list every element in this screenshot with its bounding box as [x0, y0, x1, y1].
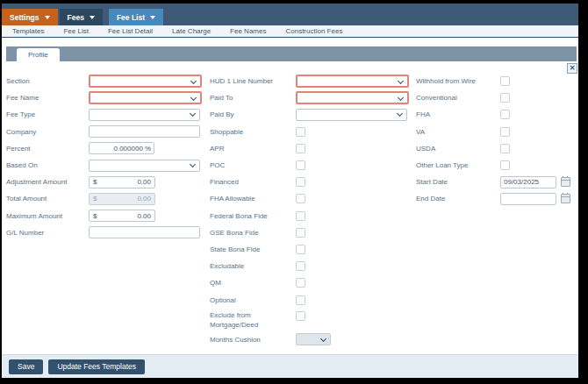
fee-name-select[interactable]: [89, 91, 202, 104]
company-label: Company: [6, 128, 89, 136]
va-checkbox[interactable]: [500, 127, 510, 137]
calendar-icon[interactable]: [561, 177, 570, 187]
shoppable-checkbox[interactable]: [296, 127, 305, 137]
menu-settings[interactable]: Settings: [2, 9, 58, 25]
spacer: [2, 38, 578, 46]
financed-checkbox[interactable]: [296, 177, 305, 187]
save-button[interactable]: Save: [9, 359, 43, 374]
update-fees-templates-button[interactable]: Update Fees Templates: [48, 359, 145, 374]
conventional-label: Conventional: [416, 94, 500, 102]
percent-suffix: %: [145, 145, 151, 153]
menu-fee-list[interactable]: Fee List: [109, 9, 163, 25]
federal-bona-fide-checkbox[interactable]: [296, 211, 305, 221]
app-window: Settings Fees Fee List Templates Fee Lis…: [0, 0, 588, 384]
chevron-down-icon: [90, 16, 95, 19]
chevron-down-icon: [45, 16, 50, 19]
fha-allowable-checkbox[interactable]: [296, 194, 305, 203]
exclude-from-mortgage-deed-checkbox[interactable]: [296, 311, 305, 321]
months-cushion-label: Months Cushion: [210, 336, 296, 344]
tab-strip: Profile: [6, 46, 577, 61]
usda-checkbox[interactable]: [500, 144, 510, 153]
field-adjustment-amount: Adjustment Amount $ 0.00: [6, 174, 206, 190]
field-shoppable: Shoppable: [210, 124, 412, 140]
currency-prefix: $: [93, 212, 97, 220]
fha-label: FHA: [416, 110, 500, 118]
based-on-select[interactable]: [89, 160, 200, 172]
va-label: VA: [416, 128, 500, 136]
footer-bar: Save Update Fees Templates: [2, 354, 578, 378]
qm-checkbox[interactable]: [296, 278, 305, 288]
excludable-label: Excludable: [210, 262, 296, 270]
conventional-checkbox[interactable]: [500, 93, 510, 103]
field-federal-bona-fide: Federal Bona Fide: [210, 208, 412, 224]
start-date-input[interactable]: 09/03/2025: [500, 176, 556, 188]
field-fha-allowable: FHA Allowable: [210, 190, 412, 207]
field-optional: Optional: [210, 291, 412, 308]
subnav-fee-names[interactable]: Fee Names: [230, 27, 266, 35]
field-maximum-amount: Maximum Amount $ 0.00: [6, 208, 206, 224]
currency-prefix: $: [93, 195, 97, 203]
subnav-templates[interactable]: Templates: [12, 27, 44, 35]
total-amount-input: $ 0.00: [89, 193, 155, 205]
total-amount-value: 0.00: [137, 195, 151, 203]
apr-checkbox[interactable]: [296, 144, 305, 153]
field-exclude-from-mortgage-deed: Exclude from Mortgage/Deed: [210, 309, 412, 331]
field-qm: QM: [210, 274, 412, 291]
fha-checkbox[interactable]: [500, 110, 510, 119]
adjustment-amount-input[interactable]: $ 0.00: [89, 176, 155, 188]
chevron-down-icon: [150, 16, 155, 19]
paid-to-label: Paid To: [210, 94, 296, 102]
company-input[interactable]: [89, 125, 200, 138]
state-bona-fide-label: State Bona Fide: [210, 245, 296, 253]
state-bona-fide-checkbox[interactable]: [296, 245, 305, 254]
end-date-input[interactable]: [500, 193, 556, 205]
fee-name-label: Fee Name: [6, 94, 89, 102]
field-section: Section: [6, 73, 206, 89]
hud1-line-number-select[interactable]: [296, 75, 409, 88]
percent-input[interactable]: 0.000000 %: [89, 142, 154, 154]
poc-checkbox[interactable]: [296, 160, 305, 170]
optional-label: Optional: [210, 296, 296, 304]
menu-fees-label: Fees: [68, 13, 84, 22]
subnav-fee-list-detail[interactable]: Fee List Detail: [108, 27, 153, 35]
field-gl-number: G/L Number: [6, 224, 206, 241]
section-label: Section: [6, 77, 89, 85]
based-on-label: Based On: [6, 161, 89, 169]
excludable-checkbox[interactable]: [296, 261, 305, 271]
paid-to-select[interactable]: [296, 91, 409, 104]
maximum-amount-input[interactable]: $ 0.00: [89, 210, 155, 222]
other-loan-type-checkbox[interactable]: [500, 160, 510, 170]
field-fee-type: Fee Type: [6, 106, 206, 123]
fee-type-select[interactable]: [89, 109, 200, 121]
field-percent: Percent 0.000000 %: [6, 140, 206, 157]
menu-fee-list-label: Fee List: [117, 13, 145, 22]
paid-by-select[interactable]: [296, 109, 407, 121]
tab-profile-label: Profile: [28, 51, 48, 59]
exclude-from-mortgage-deed-label: Exclude from Mortgage/Deed: [210, 309, 296, 330]
fee-type-label: Fee Type: [6, 110, 89, 118]
field-total-amount: Total Amount $ 0.00: [6, 190, 206, 207]
financed-label: Financed: [210, 178, 296, 186]
section-select[interactable]: [89, 75, 202, 88]
fha-allowable-label: FHA Allowable: [210, 195, 296, 203]
subnav-construction-fees[interactable]: Construction Fees: [285, 27, 342, 35]
maximum-amount-value: 0.00: [137, 212, 151, 220]
menu-fees[interactable]: Fees: [60, 9, 103, 25]
gse-bona-fide-checkbox[interactable]: [296, 228, 305, 238]
field-end-date: End Date: [416, 190, 578, 207]
field-usda: USDA: [416, 140, 578, 157]
withhold-from-wire-checkbox[interactable]: [500, 76, 510, 86]
percent-value: 0.000000: [114, 145, 143, 153]
qm-label: QM: [210, 279, 296, 287]
sub-nav: Templates Fee List Fee List Detail Late …: [2, 25, 578, 37]
hud1-line-number-label: HUD 1 Line Number: [210, 77, 296, 85]
subnav-late-charge[interactable]: Late Charge: [172, 27, 211, 35]
percent-label: Percent: [6, 145, 89, 153]
gl-number-input[interactable]: [89, 226, 200, 238]
calendar-icon[interactable]: [561, 194, 570, 203]
form-column-middle: HUD 1 Line Number Paid To Paid By Shoppa…: [210, 73, 412, 348]
apr-label: APR: [210, 145, 296, 153]
tab-profile[interactable]: Profile: [17, 48, 60, 61]
optional-checkbox[interactable]: [296, 295, 305, 305]
subnav-fee-list[interactable]: Fee List: [63, 27, 88, 35]
